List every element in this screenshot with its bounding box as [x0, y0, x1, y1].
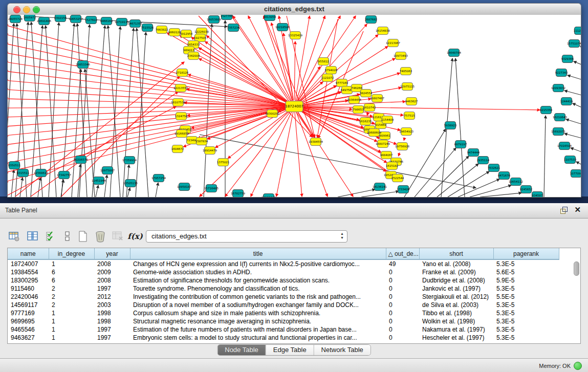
graph-edge[interactable]	[276, 106, 294, 196]
graph-edge[interactable]	[294, 16, 340, 106]
row-height-button[interactable]	[60, 230, 75, 243]
table-cell[interactable]: 9115460	[8, 285, 49, 293]
graph-edge[interactable]	[294, 106, 302, 196]
function-builder-button[interactable]: f(x)	[128, 230, 142, 243]
table-cell[interactable]: 1997	[94, 285, 130, 293]
table-cell[interactable]: 0	[386, 293, 419, 301]
graph-edge[interactable]	[573, 103, 581, 110]
graph-edge[interactable]	[404, 138, 404, 141]
table-scrollbar[interactable]	[573, 260, 579, 341]
table-cell[interactable]: 2	[49, 285, 94, 293]
zoom-traffic-light-icon[interactable]	[33, 6, 40, 13]
delete-table-button[interactable]	[111, 230, 125, 243]
table-cell[interactable]: Jankovic et al. (1997)	[419, 285, 493, 293]
graph-edge[interactable]	[576, 162, 581, 168]
graph-edge[interactable]	[77, 24, 87, 197]
table-cell[interactable]: de Silva et al. (2003)	[419, 301, 493, 309]
graph-edge[interactable]	[294, 16, 310, 106]
graph-edge[interactable]	[137, 28, 148, 197]
network-window-titlebar[interactable]: citations_edges.txt	[7, 3, 581, 15]
table-row[interactable]: 946362711997Embryonic stem cells: a mode…	[8, 334, 559, 342]
table-cell[interactable]: 9699695	[8, 317, 49, 325]
table-cell[interactable]: Corpus callosum shape and size in male p…	[130, 309, 386, 317]
table-row[interactable]: 977716911998Corpus callosum shape and si…	[8, 309, 559, 317]
column-header[interactable]: short	[419, 248, 493, 259]
column-header[interactable]: pagerank	[493, 248, 559, 259]
table-cell[interactable]: 0	[386, 268, 419, 276]
minimize-traffic-light-icon[interactable]	[23, 6, 30, 13]
table-cell[interactable]: 6	[49, 268, 94, 276]
graph-edge[interactable]	[398, 152, 400, 156]
table-cell[interactable]: Estimation of significance thresholds fo…	[130, 276, 386, 285]
table-cell[interactable]: Structural magnetic resonance image aver…	[130, 317, 386, 325]
table-cell[interactable]: 19384554	[8, 268, 49, 276]
table-cell[interactable]: Nakamura et al. (1997)	[419, 325, 493, 334]
graph-edge[interactable]	[104, 175, 107, 197]
graph-edge[interactable]	[294, 106, 353, 196]
table-cell[interactable]: 1997	[94, 334, 130, 342]
table-cell[interactable]: 0	[386, 285, 419, 293]
float-panel-icon[interactable]	[560, 207, 568, 214]
table-cell[interactable]: 5.3E-5	[493, 309, 559, 317]
table-row[interactable]: 1456911722003Disruption of a novel membe…	[8, 301, 559, 309]
table-cell[interactable]: 22420046	[8, 293, 49, 301]
table-cell[interactable]: 6	[49, 276, 94, 285]
table-cell[interactable]: Dudbridge et al. (2008)	[419, 276, 493, 285]
graph-edge[interactable]	[571, 148, 581, 154]
table-cell[interactable]: Disruption of a novel member of a sodium…	[130, 301, 386, 309]
graph-edge[interactable]	[480, 193, 521, 197]
table-row[interactable]: 946554611997Estimation of the future num…	[8, 325, 559, 334]
table-cell[interactable]: 1998	[94, 309, 130, 317]
table-cell[interactable]: 2009	[94, 268, 130, 276]
graph-edge[interactable]	[404, 129, 446, 197]
delete-column-button[interactable]	[93, 230, 107, 243]
table-cell[interactable]: 1	[49, 309, 94, 317]
close-traffic-light-icon[interactable]	[13, 6, 20, 13]
table-row[interactable]: 911546021997Tourette syndrome. Phenomeno…	[8, 285, 559, 293]
table-cell[interactable]: 1	[49, 334, 94, 342]
table-cell[interactable]: 9465546	[8, 325, 49, 334]
table-cell[interactable]: 18724007	[8, 259, 49, 268]
table-cell[interactable]: 5.6E-5	[493, 268, 559, 276]
table-cell[interactable]: 5.3E-5	[493, 259, 559, 268]
table-cell[interactable]: 0	[386, 317, 419, 325]
table-cell[interactable]: 0	[386, 334, 419, 342]
graph-edge[interactable]	[61, 180, 63, 197]
graph-edge[interactable]	[38, 178, 40, 197]
table-mode-button[interactable]	[7, 230, 21, 243]
table-cell[interactable]: Estimation of the future numbers of pati…	[130, 325, 386, 334]
table-cell[interactable]: Tourette syndrome. Phenomenology and cla…	[130, 285, 386, 293]
create-column-button[interactable]	[76, 230, 90, 243]
graph-edge[interactable]	[367, 114, 367, 115]
graph-edge[interactable]	[361, 191, 399, 197]
table-cell[interactable]: 5.9E-5	[493, 276, 559, 285]
column-header[interactable]: name	[8, 248, 49, 259]
table-cell[interactable]: 0	[386, 301, 419, 309]
table-cell[interactable]: 1	[49, 259, 94, 268]
graph-edge[interactable]	[167, 33, 288, 103]
graph-edge[interactable]	[580, 46, 581, 52]
table-cell[interactable]: 0	[386, 309, 419, 317]
network-canvas[interactable]: 2405572416059722069140623021561065325715…	[7, 15, 581, 198]
table-cell[interactable]: 1	[49, 317, 94, 325]
table-cell[interactable]: Yano et al. (2008)	[419, 259, 493, 268]
graph-edge[interactable]	[568, 75, 581, 81]
graph-edge[interactable]	[200, 135, 476, 188]
table-cell[interactable]: 1997	[94, 325, 130, 334]
table-cell[interactable]: 2008	[94, 276, 130, 285]
table-cell[interactable]: 0	[386, 276, 419, 285]
table-cell[interactable]: 5.3E-5	[493, 334, 559, 342]
table-cell[interactable]: Investigating the contribution of common…	[130, 293, 386, 301]
table-cell[interactable]: 2	[49, 301, 94, 309]
table-row[interactable]: 969969511998Structural magnetic resonanc…	[8, 317, 559, 325]
table-cell[interactable]: 5.3E-5	[493, 317, 559, 325]
table-select-dropdown[interactable]: citations_edges.txt ▲▼	[146, 230, 347, 243]
table-cell[interactable]: 0	[386, 325, 419, 334]
column-header[interactable]: in_degree	[49, 248, 94, 259]
graph-edge[interactable]	[544, 116, 546, 197]
column-checks-button[interactable]	[44, 230, 58, 243]
graph-edge[interactable]	[96, 185, 98, 197]
graph-edge[interactable]	[564, 134, 581, 140]
table-cell[interactable]: 2008	[94, 259, 130, 268]
show-columns-button[interactable]	[26, 230, 40, 243]
